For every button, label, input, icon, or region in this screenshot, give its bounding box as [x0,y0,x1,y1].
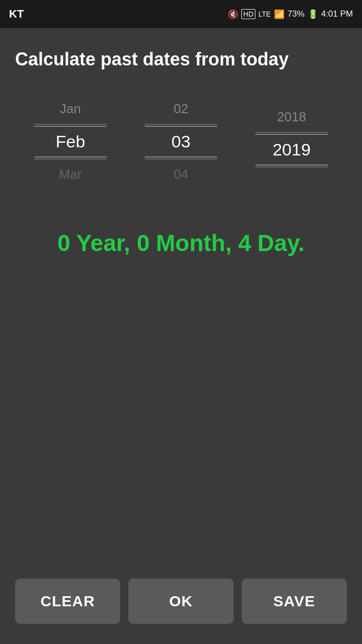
hd-icon: HD [241,9,255,19]
time-label: 4:01 PM [321,9,353,19]
battery-label: 73% [288,9,305,19]
date-picker[interactable]: Jan Feb Mar 02 03 04 2018 2019 [15,95,347,188]
month-selected[interactable]: Feb [25,126,116,157]
day-top-separator [145,124,217,125]
year-selected[interactable]: 2019 [246,134,337,166]
year-above: 2018 [246,103,337,131]
carrier-label: KT [9,8,24,21]
bottom-buttons: CLEAR OK SAVE [0,579,362,624]
day-picker-column[interactable]: 02 03 04 [136,95,226,188]
year-below [246,169,337,181]
month-picker-column[interactable]: Jan Feb Mar [25,95,116,188]
month-top-separator [34,124,107,125]
result-text: 0 Year, 0 Month, 4 Day. [15,228,347,259]
year-picker-column[interactable]: 2018 2019 [246,103,337,181]
status-icons: 🔇 HD LTE 📶 73% 🔋 4:01 PM [228,9,353,20]
clear-button[interactable]: CLEAR [15,579,120,624]
month-bottom-separator [34,158,107,159]
lte-icon: LTE [258,10,271,18]
day-bottom-separator [145,158,217,159]
ok-button[interactable]: OK [128,579,233,624]
year-bottom-separator [255,167,328,168]
day-selected[interactable]: 03 [136,126,226,157]
month-below: Mar [25,160,116,188]
day-above: 02 [136,95,226,123]
signal-icon: 📶 [274,9,285,20]
page-title: Calculate past dates from today [15,48,347,70]
day-below: 04 [136,160,226,188]
month-above: Jan [25,95,116,123]
mute-icon: 🔇 [228,9,238,20]
year-top-separator [255,132,328,133]
main-content: Calculate past dates from today Jan Feb … [0,28,362,259]
save-button[interactable]: SAVE [242,579,347,624]
status-bar: KT 🔇 HD LTE 📶 73% 🔋 4:01 PM [0,0,362,28]
result-container: 0 Year, 0 Month, 4 Day. [15,228,347,259]
battery-icon: 🔋 [308,9,318,20]
